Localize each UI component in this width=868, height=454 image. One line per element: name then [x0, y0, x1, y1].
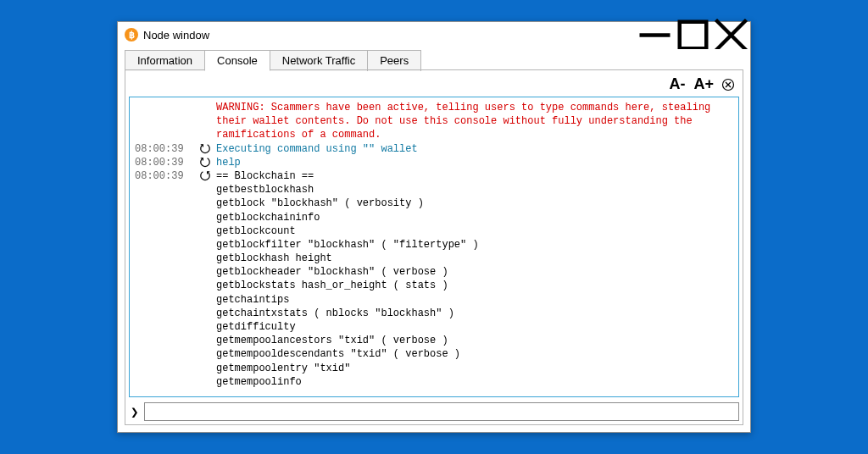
console-input-bar: ❯ — [129, 402, 739, 421]
tab-peers[interactable]: Peers — [367, 50, 421, 71]
tabstrip: Information Console Network Traffic Peer… — [118, 49, 750, 70]
window-title: Node window — [143, 29, 209, 42]
font-increase-button[interactable]: A+ — [692, 75, 715, 93]
titlebar: ฿ Node window — [118, 22, 750, 47]
console-panel: A- A+ WARNING: Scammers have been active… — [125, 70, 743, 425]
timestamp: 08:00:39 — [135, 156, 194, 169]
svg-rect-1 — [680, 21, 707, 48]
console-warning-row: WARNING: Scammers have been active, tell… — [135, 101, 733, 142]
font-toolbar: A- A+ — [129, 74, 739, 97]
maximize-button[interactable] — [674, 22, 712, 47]
font-decrease-button[interactable]: A- — [667, 75, 687, 93]
clear-console-button[interactable] — [721, 77, 736, 92]
close-button[interactable] — [712, 22, 750, 47]
tab-information[interactable]: Information — [125, 50, 205, 71]
timestamp: 08:00:39 — [135, 142, 194, 156]
console-warning-text: WARNING: Scammers have been active, tell… — [216, 101, 733, 142]
reply-out-icon — [194, 169, 216, 182]
minimize-button[interactable] — [636, 22, 674, 47]
console-row: 08:00:39 Executing command using "" wall… — [135, 142, 733, 156]
command-sent-icon — [194, 156, 216, 169]
reply-in-icon — [194, 142, 216, 155]
console-text: Executing command using "" wallet — [216, 142, 733, 156]
console-row: 08:00:39 == Blockchain == getbestblockha… — [135, 169, 733, 389]
console-output: WARNING: Scammers have been active, tell… — [129, 97, 739, 397]
tab-console[interactable]: Console — [204, 50, 270, 71]
prompt-icon: ❯ — [129, 404, 141, 420]
console-text: == Blockchain == getbestblockhash getblo… — [216, 169, 733, 389]
timestamp: 08:00:39 — [135, 169, 194, 183]
console-text: help — [216, 156, 733, 169]
console-row: 08:00:39 help — [135, 156, 733, 169]
console-scroll[interactable]: WARNING: Scammers have been active, tell… — [130, 97, 738, 396]
tab-network-traffic[interactable]: Network Traffic — [270, 50, 368, 71]
console-input[interactable] — [144, 402, 739, 421]
node-window: ฿ Node window Information Console Networ… — [117, 21, 751, 433]
bitcoin-icon: ฿ — [125, 28, 138, 42]
